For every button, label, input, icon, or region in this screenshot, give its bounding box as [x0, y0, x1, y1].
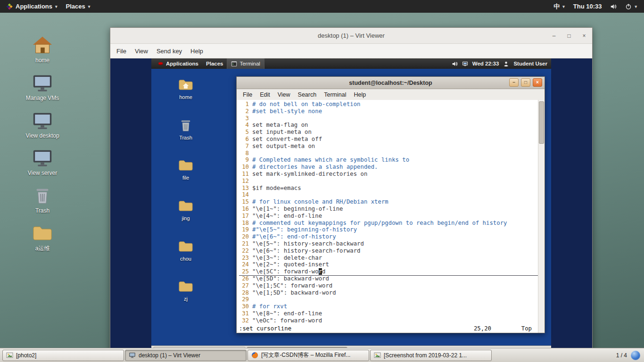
- vm-places-label: Places: [206, 61, 223, 66]
- editor-line-25: 25"\e[5C": forward-word: [239, 268, 538, 276]
- desktop-icon-home[interactable]: home: [170, 77, 201, 100]
- host-taskbar-right: 1 / 4: [616, 351, 642, 360]
- editor-line-2: 2#set bell-style none: [239, 108, 538, 115]
- host-workspace-indicator[interactable]: 1 / 4: [616, 352, 627, 359]
- terminal-menu-help[interactable]: Help: [350, 91, 370, 98]
- vm-clock[interactable]: Wed 22:33: [472, 61, 499, 66]
- terminal-menu-file[interactable]: File: [239, 91, 256, 98]
- vm-desktop-icons: homeTrashfilejingchouzj: [170, 77, 201, 302]
- trash-icon: [178, 117, 194, 133]
- line-number: 21: [239, 240, 249, 247]
- line-number: 23: [239, 255, 249, 262]
- vm-desktop[interactable]: homeTrashfilejingchouzj student@localhos…: [151, 69, 551, 346]
- vm-terminal-app-label: Terminal: [239, 61, 260, 66]
- desktop-icon-a[interactable]: a运维: [22, 222, 63, 252]
- user-icon: [503, 61, 509, 67]
- editor-line-20: 20#"\e[6~": end-of-history: [239, 233, 538, 240]
- line-number: 13: [239, 185, 249, 192]
- workspace-ball-icon[interactable]: [631, 351, 640, 360]
- terminal-menu-view[interactable]: View: [274, 91, 294, 98]
- vm-applications-menu[interactable]: Applications: [154, 58, 202, 69]
- desktop-icon-view-desktop[interactable]: View desktop: [22, 110, 63, 140]
- input-method-menu[interactable]: 中 ▾: [549, 0, 569, 13]
- folder-icon: [178, 198, 194, 214]
- line-number: 27: [239, 282, 249, 289]
- input-method-label: 中: [553, 2, 560, 11]
- host-clock[interactable]: Thu 10:33: [569, 0, 606, 13]
- monitor-icon: [129, 352, 136, 359]
- minimize-icon[interactable]: –: [509, 78, 519, 87]
- vim-statusline: :set cursorline 25,20 Top: [237, 325, 538, 333]
- editor-line-11: 11set mark-symlinked-directories on: [239, 171, 538, 178]
- editor-line-28: 28"\e[1;5D": backward-word: [239, 289, 538, 296]
- editor-line-26: 26"\e[5D": backward-word: [239, 275, 538, 282]
- editor-line-17: 17"\e[4~": end-of-line: [239, 213, 538, 220]
- desktop-icon-trash[interactable]: Trash: [170, 117, 201, 141]
- taskbar-window-label: [写文章-CSDN博客 – Mozilla Firef...: [261, 351, 350, 359]
- terminal-menu-terminal[interactable]: Terminal: [320, 91, 350, 98]
- terminal-titlebar[interactable]: student@localhost:~/Desktop – □ ×: [237, 77, 545, 89]
- viewer-menu-send-key[interactable]: Send key: [152, 44, 186, 58]
- volume-menu[interactable]: [606, 0, 621, 13]
- firefox-icon: [251, 352, 258, 359]
- desktop-icon-label: View server: [28, 170, 57, 177]
- viewer-menu-file[interactable]: File: [112, 44, 131, 58]
- editor-line-15: 15# for linux console and RH/Debian xter…: [239, 198, 538, 206]
- editor-line-22: 22"\e[6~": history-search-forward: [239, 247, 538, 255]
- vm-display-area[interactable]: Applications Places Terminal Wed: [110, 58, 592, 357]
- folder-home-icon: [178, 77, 194, 93]
- applications-menu[interactable]: Applications ▾: [2, 0, 62, 13]
- terminal-scrollbar[interactable]: [538, 100, 545, 333]
- taskbar-window-desktop-1-virt-viewer[interactable]: desktop (1) – Virt Viewer: [125, 350, 247, 361]
- desktop-icon-manage-vms[interactable]: Manage VMs: [22, 72, 63, 102]
- desktop-icon-chou[interactable]: chou: [170, 239, 201, 262]
- taskbar-window-screenshot-from-2019-03-22-1[interactable]: [Screenshot from 2019-03-22 1...: [370, 350, 492, 361]
- desktop-icon-trash[interactable]: Trash: [22, 185, 63, 214]
- line-number: 7: [239, 143, 249, 150]
- editor-line-16: 16"\e[1~": beginning-of-line: [239, 206, 538, 213]
- terminal-content[interactable]: 1# do not bell on tab-completion2#set be…: [237, 100, 545, 333]
- close-icon[interactable]: ×: [533, 78, 542, 87]
- desktop-icon-home[interactable]: home: [22, 34, 63, 64]
- desktop-icon-label: home: [35, 58, 50, 64]
- host-taskbar: [photo2]desktop (1) – Virt Viewer[写文章-CS…: [0, 348, 644, 362]
- viewer-titlebar[interactable]: desktop (1) – Virt Viewer – □ ×: [110, 28, 592, 44]
- desktop-icon-zj[interactable]: zj: [170, 279, 201, 302]
- maximize-icon[interactable]: □: [521, 78, 530, 87]
- redhat-icon: [157, 61, 164, 67]
- line-number: 11: [239, 171, 249, 178]
- speaker-icon: [610, 3, 617, 10]
- viewer-menu-help[interactable]: Help: [186, 44, 207, 58]
- vm-terminal-app-menu[interactable]: Terminal: [227, 58, 264, 69]
- folder-icon: [178, 239, 194, 255]
- desktop-icon-file[interactable]: file: [170, 157, 201, 181]
- display-icon[interactable]: [462, 61, 468, 67]
- editor-line-24: 24"\e[2~": quoted-insert: [239, 261, 538, 268]
- vm-applications-label: Applications: [166, 61, 198, 66]
- trash-icon: [32, 185, 53, 206]
- scrollbar-thumb[interactable]: [539, 101, 544, 144]
- taskbar-window-csdn-mozilla-firef[interactable]: [写文章-CSDN博客 – Mozilla Firef...: [248, 350, 369, 361]
- vm-screen[interactable]: Applications Places Terminal Wed: [151, 58, 551, 357]
- desktop-icon-view-server[interactable]: View server: [22, 147, 63, 177]
- desktop-icon-jing[interactable]: jing: [170, 198, 201, 222]
- close-icon[interactable]: ×: [581, 33, 587, 39]
- power-menu[interactable]: ▾: [621, 0, 641, 13]
- taskbar-window-photo2[interactable]: [photo2]: [2, 350, 124, 361]
- desktop-icon-label: chou: [180, 256, 191, 262]
- terminal-menu-edit[interactable]: Edit: [256, 91, 274, 98]
- vm-places-menu[interactable]: Places: [202, 58, 227, 69]
- viewer-menu-view[interactable]: View: [131, 44, 152, 58]
- desktop-icon-label: Manage VMs: [26, 95, 59, 102]
- vim-cursor: r: [319, 268, 322, 275]
- vm-user-menu[interactable]: Student User: [513, 61, 547, 66]
- editor-line-6: 6set convert-meta off: [239, 136, 538, 143]
- editor-line-12: 12: [239, 178, 538, 185]
- places-menu[interactable]: Places ▾: [62, 0, 95, 13]
- speaker-icon[interactable]: [452, 61, 458, 67]
- taskbar-window-label: desktop (1) – Virt Viewer: [139, 352, 200, 359]
- terminal-menu-search[interactable]: Search: [294, 91, 321, 98]
- host-desktop[interactable]: homeManage VMsView desktopView serverTra…: [0, 13, 644, 348]
- maximize-icon[interactable]: □: [566, 33, 572, 39]
- minimize-icon[interactable]: –: [551, 33, 557, 39]
